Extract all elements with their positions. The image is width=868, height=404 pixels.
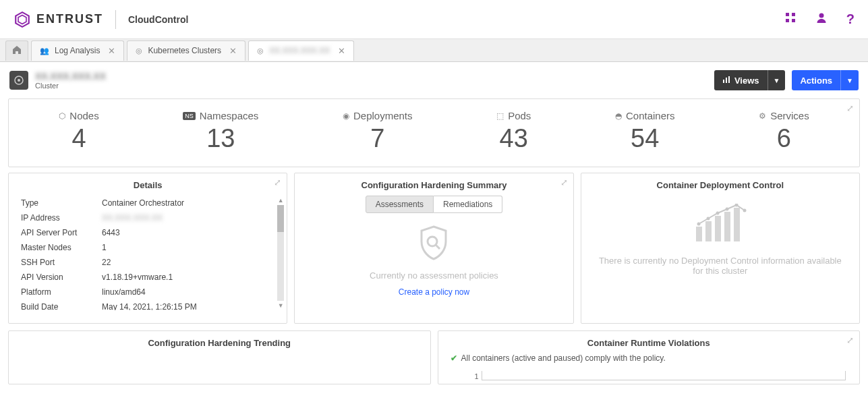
svg-line-13 [436, 245, 440, 249]
user-icon[interactable] [815, 11, 828, 27]
stat-label: Containers [626, 110, 675, 121]
tab-home[interactable] [5, 40, 28, 61]
svg-point-8 [18, 79, 20, 82]
svg-point-12 [428, 237, 437, 246]
stat-pods[interactable]: ⬚Pods 43 [496, 110, 531, 153]
tab-bar: 👥 Log Analysis ✕ ◎ Kubernetes Clusters ✕… [0, 39, 868, 62]
stats-panel: ⤢ ⬡Nodes 4 NSNamespaces 13 ◉Deployments … [8, 98, 860, 167]
page-header: XX.XXX.XXX.XX Cluster Views ▼ Actions ▼ [0, 62, 868, 93]
svg-point-22 [725, 208, 728, 211]
product-name: CloudControl [128, 14, 188, 25]
panel-title: Details [9, 180, 287, 190]
details-row: Master Nodes1 [21, 240, 277, 255]
svg-rect-16 [715, 216, 721, 241]
chart-axis: 1 [438, 363, 860, 380]
container-icon: ◓ [615, 111, 622, 121]
stat-label: Services [770, 110, 809, 121]
close-icon[interactable]: ✕ [338, 46, 345, 56]
tab-kubernetes-clusters[interactable]: ◎ Kubernetes Clusters ✕ [127, 40, 245, 61]
apps-grid-icon[interactable] [784, 11, 797, 27]
brand-logo[interactable]: ENTRUST [13, 11, 103, 28]
stat-label: Nodes [69, 110, 98, 121]
svg-rect-10 [726, 78, 727, 83]
axis-tick: 1 [475, 372, 479, 380]
svg-rect-4 [786, 19, 789, 22]
stat-containers[interactable]: ◓Containers 54 [615, 110, 675, 153]
tab-log-analysis[interactable]: 👥 Log Analysis ✕ [31, 40, 124, 61]
svg-marker-0 [16, 12, 29, 27]
svg-rect-2 [786, 13, 789, 16]
svg-point-21 [716, 212, 719, 215]
details-row: SSH Port22 [21, 255, 277, 270]
stat-nodes[interactable]: ⬡Nodes 4 [59, 110, 98, 153]
chart-icon [722, 76, 730, 86]
expand-icon[interactable]: ⤢ [560, 177, 568, 187]
stat-deployments[interactable]: ◉Deployments 7 [343, 110, 413, 153]
empty-text: There is currently no Deployment Control… [595, 256, 846, 276]
stat-value: 6 [759, 124, 809, 153]
svg-rect-18 [734, 208, 740, 241]
stat-services[interactable]: ⚙Services 6 [759, 110, 809, 153]
scroll-down-icon[interactable]: ▼ [278, 302, 284, 309]
close-icon[interactable]: ✕ [229, 46, 237, 56]
app-header: ENTRUST CloudControl ? [0, 0, 868, 39]
views-button[interactable]: Views ▼ [714, 70, 786, 90]
stat-label: Pods [508, 110, 531, 121]
svg-point-24 [743, 209, 746, 212]
brand-name: ENTRUST [36, 12, 103, 26]
page-title-obscured: XX.XXX.XXX.XX [35, 71, 106, 82]
scroll-thumb[interactable] [277, 205, 284, 232]
page-subtitle: Cluster [35, 82, 106, 90]
tab-remediations[interactable]: Remediations [434, 196, 502, 213]
details-row: TypeContainer Orchestrator [21, 196, 277, 210]
stat-label: Namespaces [200, 110, 259, 121]
create-policy-link[interactable]: Create a policy now [308, 287, 559, 297]
header-right: ? [784, 11, 855, 27]
details-row: API Versionv1.18.19+vmware.1 [21, 270, 277, 285]
cluster-icon [9, 71, 28, 90]
svg-rect-17 [724, 212, 730, 241]
empty-text: Currently no assessment policies [308, 270, 559, 281]
actions-dropdown-caret[interactable]: ▼ [840, 70, 859, 90]
scrollbar[interactable]: ▲ ▼ [276, 197, 285, 309]
scroll-track[interactable] [277, 205, 284, 301]
expand-icon[interactable]: ⤢ [274, 177, 281, 187]
page-title-block: XX.XXX.XXX.XX Cluster [9, 71, 106, 90]
stat-value: 4 [59, 124, 98, 153]
panels-row-2: Configuration Hardening Trending ⤢ Conta… [8, 330, 860, 384]
expand-icon[interactable]: ⤢ [846, 335, 854, 345]
actions-button[interactable]: Actions ▼ [792, 70, 859, 90]
stat-label: Deployments [353, 110, 413, 121]
compliance-status: ✔ All containers (active and paused) com… [438, 353, 860, 363]
panel-title: Configuration Hardening Summary [295, 180, 573, 190]
stat-value: 13 [183, 124, 258, 153]
bar-chart-icon [692, 204, 749, 244]
log-analysis-icon: 👥 [40, 47, 49, 55]
expand-icon[interactable]: ⤢ [846, 103, 854, 113]
header-left: ENTRUST CloudControl [13, 10, 188, 29]
svg-rect-11 [728, 76, 730, 83]
stat-namespaces[interactable]: NSNamespaces 13 [183, 110, 258, 153]
svg-rect-5 [792, 19, 795, 22]
panel-title: Container Runtime Violations [438, 338, 860, 348]
shield-search-icon [415, 224, 453, 262]
page-actions: Views ▼ Actions ▼ [714, 70, 859, 90]
details-row: IP AddressXX.XXX.XXX.XX [21, 210, 277, 225]
stat-value: 7 [343, 124, 413, 153]
panel-runtime-violations: ⤢ Container Runtime Violations ✔ All con… [438, 330, 861, 384]
target-icon: ◎ [257, 47, 264, 55]
panels-row: ⤢ Details TypeContainer Orchestrator IP … [8, 173, 860, 324]
badge-icon: NS [183, 112, 196, 120]
help-icon[interactable]: ? [846, 11, 855, 27]
tab-label: Kubernetes Clusters [148, 46, 221, 55]
target-icon: ◎ [136, 47, 142, 55]
tab-assessments[interactable]: Assessments [366, 196, 434, 213]
svg-point-20 [706, 217, 710, 221]
svg-point-19 [697, 223, 700, 226]
scroll-up-icon[interactable]: ▲ [278, 197, 284, 204]
svg-rect-14 [696, 227, 702, 241]
views-dropdown-caret[interactable]: ▼ [768, 70, 786, 90]
close-icon[interactable]: ✕ [108, 46, 115, 56]
tab-cluster-detail[interactable]: ◎ XX.XXX.XXX.XX ✕ [248, 40, 354, 61]
entrust-hex-icon [13, 11, 31, 28]
